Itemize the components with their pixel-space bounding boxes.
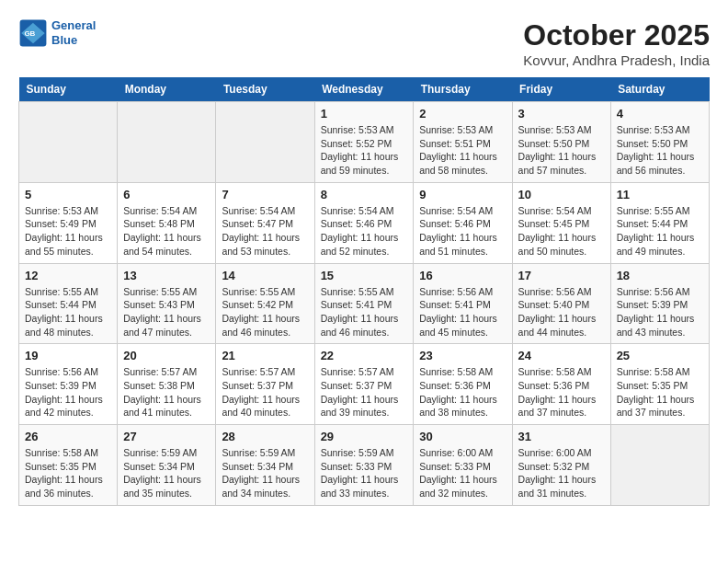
title-block: October 2025 Kovvur, Andhra Pradesh, Ind…	[523, 18, 710, 68]
day-number: 30	[419, 430, 506, 443]
calendar-cell: 31Sunrise: 6:00 AM Sunset: 5:32 PM Dayli…	[512, 425, 610, 506]
day-number: 16	[419, 269, 506, 282]
page-header: GB General Blue October 2025 Kovvur, And…	[18, 18, 710, 68]
day-info: Sunrise: 5:54 AM Sunset: 5:48 PM Dayligh…	[123, 204, 210, 259]
day-number: 15	[321, 269, 408, 282]
calendar-cell: 5Sunrise: 5:53 AM Sunset: 5:49 PM Daylig…	[19, 182, 118, 263]
calendar-cell: 13Sunrise: 5:55 AM Sunset: 5:43 PM Dayli…	[118, 263, 216, 344]
day-info: Sunrise: 5:57 AM Sunset: 5:37 PM Dayligh…	[321, 365, 408, 419]
calendar-cell: 8Sunrise: 5:54 AM Sunset: 5:46 PM Daylig…	[314, 182, 414, 263]
day-number: 31	[518, 430, 605, 443]
calendar-cell	[216, 102, 314, 183]
calendar-cell: 23Sunrise: 5:58 AM Sunset: 5:36 PM Dayli…	[414, 344, 512, 425]
calendar-cell: 12Sunrise: 5:55 AM Sunset: 5:44 PM Dayli…	[19, 263, 118, 344]
day-info: Sunrise: 5:55 AM Sunset: 5:43 PM Dayligh…	[123, 285, 210, 339]
day-info: Sunrise: 5:55 AM Sunset: 5:42 PM Dayligh…	[222, 285, 308, 339]
day-info: Sunrise: 5:55 AM Sunset: 5:41 PM Dayligh…	[321, 285, 408, 339]
day-info: Sunrise: 5:53 AM Sunset: 5:50 PM Dayligh…	[617, 123, 703, 178]
day-number: 6	[123, 188, 210, 201]
calendar-cell: 19Sunrise: 5:56 AM Sunset: 5:39 PM Dayli…	[19, 344, 118, 425]
day-info: Sunrise: 5:59 AM Sunset: 5:33 PM Dayligh…	[321, 446, 408, 500]
day-info: Sunrise: 5:53 AM Sunset: 5:50 PM Dayligh…	[518, 123, 605, 178]
day-info: Sunrise: 5:55 AM Sunset: 5:44 PM Dayligh…	[617, 204, 703, 259]
day-info: Sunrise: 5:53 AM Sunset: 5:49 PM Dayligh…	[25, 204, 111, 259]
day-number: 10	[518, 188, 605, 201]
day-number: 1	[321, 107, 408, 121]
day-info: Sunrise: 5:54 AM Sunset: 5:47 PM Dayligh…	[222, 204, 308, 259]
day-info: Sunrise: 5:56 AM Sunset: 5:39 PM Dayligh…	[617, 285, 703, 339]
day-number: 26	[25, 430, 111, 443]
day-info: Sunrise: 6:00 AM Sunset: 5:33 PM Dayligh…	[419, 446, 506, 500]
day-number: 20	[123, 349, 210, 362]
day-info: Sunrise: 5:57 AM Sunset: 5:37 PM Dayligh…	[222, 365, 308, 419]
calendar-cell: 2Sunrise: 5:53 AM Sunset: 5:51 PM Daylig…	[414, 102, 512, 183]
calendar-cell: 17Sunrise: 5:56 AM Sunset: 5:40 PM Dayli…	[512, 263, 610, 344]
day-info: Sunrise: 5:56 AM Sunset: 5:39 PM Dayligh…	[25, 365, 111, 419]
calendar-cell: 26Sunrise: 5:58 AM Sunset: 5:35 PM Dayli…	[19, 425, 118, 506]
day-number: 27	[123, 430, 210, 443]
calendar-cell: 25Sunrise: 5:58 AM Sunset: 5:35 PM Dayli…	[610, 344, 709, 425]
calendar-header: SundayMondayTuesdayWednesdayThursdayFrid…	[19, 77, 710, 102]
day-info: Sunrise: 5:55 AM Sunset: 5:44 PM Dayligh…	[25, 285, 111, 339]
calendar-cell: 18Sunrise: 5:56 AM Sunset: 5:39 PM Dayli…	[610, 263, 709, 344]
location: Kovvur, Andhra Pradesh, India	[523, 52, 710, 68]
day-number: 9	[419, 188, 506, 201]
day-info: Sunrise: 5:56 AM Sunset: 5:41 PM Dayligh…	[419, 285, 506, 339]
calendar-cell: 21Sunrise: 5:57 AM Sunset: 5:37 PM Dayli…	[216, 344, 314, 425]
calendar-cell: 9Sunrise: 5:54 AM Sunset: 5:46 PM Daylig…	[414, 182, 512, 263]
weekday-header: Wednesday	[314, 77, 414, 102]
day-info: Sunrise: 6:00 AM Sunset: 5:32 PM Dayligh…	[518, 446, 605, 500]
calendar-cell: 28Sunrise: 5:59 AM Sunset: 5:34 PM Dayli…	[216, 425, 314, 506]
day-number: 12	[25, 269, 111, 282]
weekday-header: Thursday	[414, 77, 512, 102]
calendar-week-row: 5Sunrise: 5:53 AM Sunset: 5:49 PM Daylig…	[19, 182, 710, 263]
day-number: 19	[25, 349, 111, 362]
calendar-cell: 4Sunrise: 5:53 AM Sunset: 5:50 PM Daylig…	[610, 102, 709, 183]
calendar-week-row: 12Sunrise: 5:55 AM Sunset: 5:44 PM Dayli…	[19, 263, 710, 344]
day-number: 23	[419, 349, 506, 362]
weekday-header: Sunday	[19, 77, 118, 102]
calendar-week-row: 19Sunrise: 5:56 AM Sunset: 5:39 PM Dayli…	[19, 344, 710, 425]
day-info: Sunrise: 5:58 AM Sunset: 5:36 PM Dayligh…	[518, 365, 605, 419]
calendar-cell: 3Sunrise: 5:53 AM Sunset: 5:50 PM Daylig…	[512, 102, 610, 183]
calendar-cell: 14Sunrise: 5:55 AM Sunset: 5:42 PM Dayli…	[216, 263, 314, 344]
calendar-cell: 15Sunrise: 5:55 AM Sunset: 5:41 PM Dayli…	[314, 263, 414, 344]
logo-line1: General	[51, 18, 96, 32]
day-number: 4	[617, 107, 703, 121]
weekday-row: SundayMondayTuesdayWednesdayThursdayFrid…	[19, 77, 710, 102]
day-number: 22	[321, 349, 408, 362]
logo-icon: GB	[18, 18, 48, 48]
day-number: 2	[419, 107, 506, 121]
day-info: Sunrise: 5:59 AM Sunset: 5:34 PM Dayligh…	[123, 446, 210, 500]
weekday-header: Friday	[512, 77, 610, 102]
day-number: 8	[321, 188, 408, 201]
svg-text:GB: GB	[24, 29, 35, 38]
calendar-cell: 22Sunrise: 5:57 AM Sunset: 5:37 PM Dayli…	[314, 344, 414, 425]
logo: GB General Blue	[18, 18, 96, 48]
calendar-cell: 10Sunrise: 5:54 AM Sunset: 5:45 PM Dayli…	[512, 182, 610, 263]
calendar-cell: 27Sunrise: 5:59 AM Sunset: 5:34 PM Dayli…	[118, 425, 216, 506]
day-number: 17	[518, 269, 605, 282]
calendar-cell: 16Sunrise: 5:56 AM Sunset: 5:41 PM Dayli…	[414, 263, 512, 344]
weekday-header: Saturday	[610, 77, 709, 102]
day-info: Sunrise: 5:54 AM Sunset: 5:46 PM Dayligh…	[419, 204, 506, 259]
calendar-cell: 30Sunrise: 6:00 AM Sunset: 5:33 PM Dayli…	[414, 425, 512, 506]
logo-text: General Blue	[51, 18, 96, 47]
day-number: 14	[222, 269, 308, 282]
calendar-cell: 6Sunrise: 5:54 AM Sunset: 5:48 PM Daylig…	[118, 182, 216, 263]
calendar-cell: 7Sunrise: 5:54 AM Sunset: 5:47 PM Daylig…	[216, 182, 314, 263]
day-number: 29	[321, 430, 408, 443]
day-info: Sunrise: 5:57 AM Sunset: 5:38 PM Dayligh…	[123, 365, 210, 419]
month-title: October 2025	[523, 18, 710, 52]
calendar-cell: 29Sunrise: 5:59 AM Sunset: 5:33 PM Dayli…	[314, 425, 414, 506]
calendar-week-row: 1Sunrise: 5:53 AM Sunset: 5:52 PM Daylig…	[19, 102, 710, 183]
day-number: 3	[518, 107, 605, 121]
day-number: 7	[222, 188, 308, 201]
calendar-cell: 24Sunrise: 5:58 AM Sunset: 5:36 PM Dayli…	[512, 344, 610, 425]
day-info: Sunrise: 5:58 AM Sunset: 5:36 PM Dayligh…	[419, 365, 506, 419]
calendar-cell	[118, 102, 216, 183]
calendar-cell	[610, 425, 709, 506]
day-info: Sunrise: 5:56 AM Sunset: 5:40 PM Dayligh…	[518, 285, 605, 339]
day-info: Sunrise: 5:53 AM Sunset: 5:51 PM Dayligh…	[419, 123, 506, 178]
day-info: Sunrise: 5:58 AM Sunset: 5:35 PM Dayligh…	[25, 446, 111, 500]
